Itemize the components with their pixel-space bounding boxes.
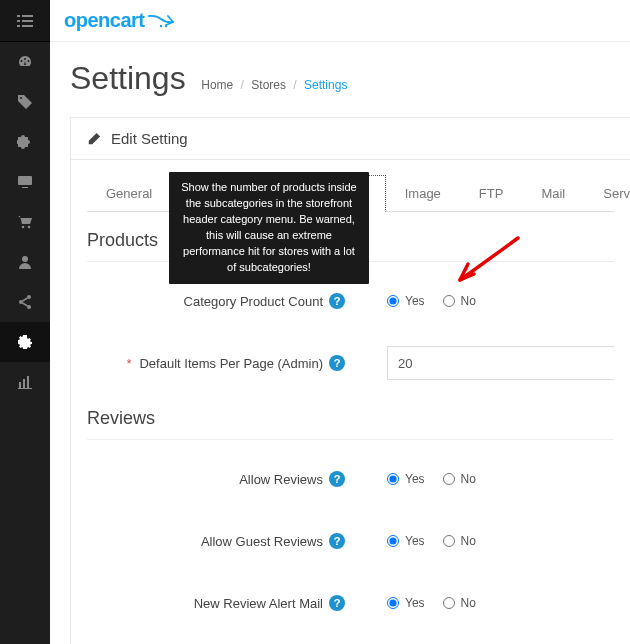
svg-rect-6: [18, 176, 32, 185]
radio-nra-yes[interactable]: Yes: [387, 596, 425, 610]
svg-rect-5: [22, 25, 33, 27]
sidebar-item-dashboard[interactable]: [0, 42, 50, 82]
tab-ftp[interactable]: FTP: [460, 175, 523, 212]
cart-icon: [17, 214, 33, 230]
svg-rect-2: [17, 20, 20, 22]
sidebar-item-extensions[interactable]: [0, 122, 50, 162]
breadcrumb: Home / Stores / Settings: [201, 78, 347, 92]
cart-logo-icon: [148, 14, 174, 28]
label-category-product-count: Category Product Count: [184, 294, 323, 309]
sidebar-item-reports[interactable]: [0, 362, 50, 402]
divider: [87, 439, 614, 440]
row-default-items-admin: * Default Items Per Page (Admin) ?: [87, 346, 614, 380]
svg-rect-4: [17, 25, 20, 27]
svg-point-8: [22, 226, 25, 229]
row-allow-reviews: Allow Reviews ? Yes No: [87, 462, 614, 496]
sidebar-item-design[interactable]: [0, 162, 50, 202]
help-icon[interactable]: ?: [329, 355, 345, 371]
puzzle-icon: [17, 134, 33, 150]
logo-text: opencart: [64, 9, 144, 32]
required-marker: *: [126, 356, 131, 371]
label-default-items-admin: Default Items Per Page (Admin): [139, 356, 323, 371]
breadcrumb-stores[interactable]: Stores: [251, 78, 286, 92]
svg-rect-1: [22, 15, 33, 17]
input-default-items-admin[interactable]: [387, 346, 614, 380]
chart-icon: [17, 374, 33, 390]
pencil-icon: [87, 132, 101, 146]
help-icon[interactable]: ?: [329, 471, 345, 487]
tag-icon: [17, 94, 33, 110]
svg-rect-7: [22, 187, 28, 188]
svg-rect-17: [18, 388, 32, 389]
dashboard-icon: [17, 54, 33, 70]
radio-cpc-no[interactable]: No: [443, 294, 476, 308]
panel-header: Edit Setting: [71, 118, 630, 160]
radio-ar-no[interactable]: No: [443, 472, 476, 486]
breadcrumb-current: Settings: [304, 78, 347, 92]
svg-point-9: [28, 226, 31, 229]
radio-agr-yes[interactable]: Yes: [387, 534, 425, 548]
tab-general[interactable]: General: [87, 175, 171, 212]
user-icon: [17, 254, 33, 270]
page-header: Settings Home / Stores / Settings: [50, 42, 630, 117]
row-category-product-count: Category Product Count ? Yes No: [87, 284, 614, 318]
gear-icon: [17, 334, 33, 350]
svg-point-10: [22, 256, 28, 262]
radio-ar-yes[interactable]: Yes: [387, 472, 425, 486]
svg-rect-0: [17, 15, 20, 17]
share-icon: [17, 294, 33, 310]
sidebar-item-sales[interactable]: [0, 202, 50, 242]
tab-image[interactable]: Image: [386, 175, 460, 212]
svg-rect-15: [23, 379, 25, 388]
svg-rect-16: [27, 376, 29, 388]
sidebar-toggle[interactable]: [0, 0, 50, 42]
tab-mail[interactable]: Mail: [522, 175, 584, 212]
radio-agr-no[interactable]: No: [443, 534, 476, 548]
breadcrumb-home[interactable]: Home: [201, 78, 233, 92]
svg-point-18: [160, 24, 162, 26]
page-title: Settings: [70, 60, 186, 97]
sidebar-item-customers[interactable]: [0, 242, 50, 282]
content: Settings Home / Stores / Settings Edit S…: [50, 42, 630, 644]
row-allow-guest-reviews: Allow Guest Reviews ? Yes No: [87, 524, 614, 558]
svg-rect-14: [19, 382, 21, 388]
help-icon[interactable]: ?: [329, 293, 345, 309]
label-allow-guest-reviews: Allow Guest Reviews: [201, 534, 323, 549]
sidebar-item-marketing[interactable]: [0, 282, 50, 322]
panel-title: Edit Setting: [111, 130, 188, 147]
row-new-review-alert: New Review Alert Mail ? Yes No: [87, 586, 614, 620]
sidebar-item-system[interactable]: [0, 322, 50, 362]
logo[interactable]: opencart: [64, 9, 174, 32]
svg-point-19: [165, 24, 167, 26]
monitor-icon: [17, 174, 33, 190]
tab-server[interactable]: Server: [584, 175, 630, 212]
list-icon: [17, 13, 33, 29]
header: opencart: [50, 0, 630, 42]
help-icon[interactable]: ?: [329, 533, 345, 549]
tooltip-category-product-count: Show the number of products inside the s…: [169, 172, 369, 284]
svg-rect-3: [22, 20, 33, 22]
section-reviews-title: Reviews: [87, 408, 614, 429]
label-allow-reviews: Allow Reviews: [239, 472, 323, 487]
sidebar-item-catalog[interactable]: [0, 82, 50, 122]
sidebar: [0, 0, 50, 644]
help-icon[interactable]: ?: [329, 595, 345, 611]
label-new-review-alert: New Review Alert Mail: [194, 596, 323, 611]
radio-cpc-yes[interactable]: Yes: [387, 294, 425, 308]
radio-nra-no[interactable]: No: [443, 596, 476, 610]
